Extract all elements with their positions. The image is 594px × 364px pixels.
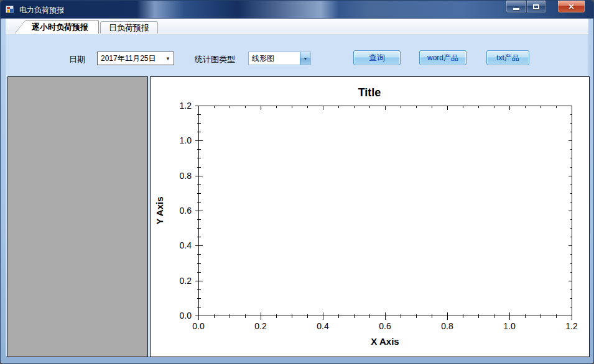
- svg-text:0.4: 0.4: [180, 240, 192, 250]
- svg-text:0.2: 0.2: [180, 276, 192, 286]
- svg-text:1.0: 1.0: [503, 321, 516, 331]
- svg-text:0.6: 0.6: [180, 206, 192, 216]
- chart-type-combobox[interactable]: 线形图 ▼: [248, 52, 311, 65]
- svg-text:Title: Title: [358, 86, 381, 99]
- date-picker-value: 2017年11月25日: [98, 53, 162, 64]
- app-window: 电力负荷预报 ✕ 逐小时负荷预报 日负荷预报 日期 2017年11月25日 ▼ …: [0, 0, 594, 364]
- maximize-icon: [533, 4, 539, 9]
- app-icon[interactable]: [5, 4, 15, 14]
- window-title: 电力负荷预报: [19, 5, 64, 16]
- svg-text:0.8: 0.8: [441, 321, 453, 331]
- tab-strip: 逐小时负荷预报 日负荷预报: [6, 19, 588, 34]
- svg-text:0.0: 0.0: [192, 321, 205, 331]
- chart-type-label: 统计图类型: [195, 54, 235, 65]
- date-label: 日期: [69, 54, 85, 65]
- close-button[interactable]: ✕: [557, 1, 585, 13]
- combo-chevron-down-icon[interactable]: ▼: [300, 52, 310, 65]
- maximize-button[interactable]: [526, 1, 546, 13]
- svg-text:1.0: 1.0: [180, 135, 192, 145]
- chart-panel: 0.00.20.40.60.81.01.20.00.20.40.60.81.01…: [150, 76, 590, 357]
- chart-type-value: 线形图: [249, 53, 300, 64]
- result-list-panel: [7, 76, 148, 357]
- svg-text:0.2: 0.2: [254, 321, 267, 331]
- app-icon-gold-square: [7, 10, 9, 12]
- close-icon: ✕: [568, 1, 574, 12]
- svg-text:0.4: 0.4: [317, 321, 329, 331]
- date-picker-chevron-down-icon[interactable]: ▼: [162, 56, 174, 61]
- word-product-button[interactable]: word产品: [419, 50, 466, 65]
- minimize-button[interactable]: [506, 1, 526, 13]
- svg-text:1.2: 1.2: [565, 321, 578, 331]
- app-icon-blue-square: [10, 9, 13, 12]
- tab-page: 日期 2017年11月25日 ▼ 统计图类型 线形图 ▼ 查询 word产品 t…: [6, 34, 588, 356]
- svg-text:0.0: 0.0: [180, 311, 192, 321]
- query-button[interactable]: 查询: [353, 50, 401, 65]
- svg-text:0.6: 0.6: [379, 321, 391, 331]
- tab-hourly-load-forecast[interactable]: 逐小时负荷预报: [26, 20, 99, 34]
- minimize-icon: [513, 8, 519, 10]
- svg-text:0.8: 0.8: [180, 171, 192, 181]
- svg-text:1.2: 1.2: [180, 101, 192, 111]
- txt-product-button[interactable]: txt产品: [486, 50, 529, 65]
- empty-line-chart: 0.00.20.40.60.81.01.20.00.20.40.60.81.01…: [151, 77, 589, 357]
- svg-text:X Axis: X Axis: [371, 336, 399, 347]
- date-picker[interactable]: 2017年11月25日 ▼: [97, 52, 174, 65]
- titlebar[interactable]: 电力负荷预报 ✕: [1, 1, 593, 19]
- tab-daily-load-forecast[interactable]: 日负荷预报: [100, 21, 158, 34]
- svg-text:Y Axis: Y Axis: [154, 196, 165, 224]
